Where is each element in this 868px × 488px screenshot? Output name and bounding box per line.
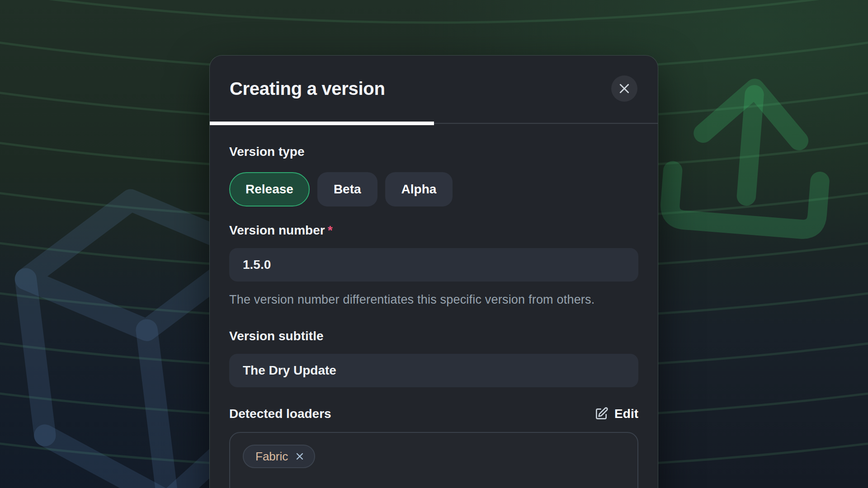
modal-title: Creating a version [230,79,385,99]
progress-bar [210,122,658,125]
detected-loaders-box: Fabric [229,432,638,488]
progress-bar-fill [210,122,434,125]
version-subtitle-input[interactable] [229,354,638,387]
detected-loaders-label: Detected loaders [229,406,331,422]
remove-loader-icon[interactable] [294,451,305,462]
required-asterisk: * [325,223,333,237]
modal-header: Creating a version [210,56,658,122]
version-number-label-text: Version number [229,223,325,237]
version-type-alpha-button[interactable]: Alpha [385,172,453,206]
version-type-label: Version type [229,144,638,160]
version-type-options: Release Beta Alpha [229,172,638,206]
create-version-modal: Creating a version Version type Release … [209,55,658,488]
version-number-input[interactable] [229,248,638,282]
modal-body: Version type Release Beta Alpha Version … [210,144,658,488]
edit-loaders-button[interactable]: Edit [594,407,638,421]
version-type-beta-button[interactable]: Beta [317,172,377,206]
loader-chip-label: Fabric [255,450,288,464]
upload-decoration-icon [651,37,849,251]
close-icon [618,82,631,95]
close-button[interactable] [611,75,637,102]
version-number-label: Version number* [229,223,638,238]
loader-chip-fabric: Fabric [243,445,315,468]
edit-button-label: Edit [614,407,638,421]
version-number-help-text: The version number differentiates this s… [229,290,617,310]
version-subtitle-label: Version subtitle [229,328,638,344]
edit-pencil-square-icon [594,407,609,421]
version-type-release-button[interactable]: Release [229,172,310,206]
